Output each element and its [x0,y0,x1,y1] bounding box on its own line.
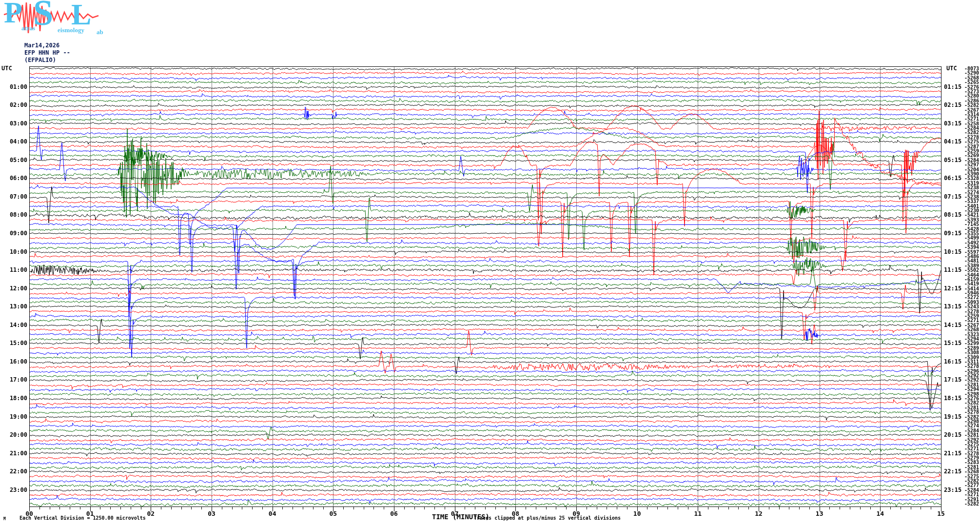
trace-offset-value: -5271 [962,492,979,497]
right-time-label: 05:15 [944,158,961,163]
trace-offset-value: -5394 [962,245,979,249]
right-time-label: 18:15 [944,396,961,401]
right-time-label: 08:15 [944,212,961,218]
trace-offset-value: -5282 [962,103,979,107]
trace-offset-value: -5265 [962,80,979,84]
left-time-label: 10:00 [0,249,27,255]
left-time-label: 20:00 [0,432,27,438]
trace-offset-value: -5281 [962,433,979,437]
trace-offset-value: -5278 [962,410,979,414]
left-time-label: 12:00 [0,286,27,291]
left-time-label: 03:00 [0,121,27,126]
left-time-label: 17:00 [0,377,27,383]
logo-letter-s: S [33,0,53,34]
trace-offset-value: -5328 [962,176,979,181]
trace-offset-value: -5280 [962,94,979,98]
left-time-label: 16:00 [0,359,27,365]
x-tick-label: 04 [269,510,276,517]
left-time-label: 05:00 [0,158,27,163]
scale-note: Each Vertical Division = 1250.00 microvo… [20,515,146,521]
right-time-label: 21:15 [944,451,961,456]
trace-offset-value: -5294 [962,387,979,391]
left-time-label: 18:00 [0,396,27,401]
logo-word-ab: ab [97,28,103,36]
clip-note: Traces clipped at plus/minus 25 vertical… [474,515,621,521]
left-time-label: 22:00 [0,469,27,474]
right-time-label: 06:15 [944,176,961,181]
helicorder-canvas [0,0,980,527]
left-time-label: 02:00 [0,102,27,108]
logo-word-eismology: eismology [58,26,84,34]
right-time-label: 11:15 [944,267,961,273]
right-time-label: 02:15 [944,102,961,108]
utc-label-left: UTC [1,65,12,72]
x-tick-label: 05 [330,510,337,517]
trace-offset-value: -5268 [962,469,979,474]
right-time-label: 09:15 [944,231,961,236]
x-tick-label: 06 [390,510,398,517]
scale-mini-label: M [3,517,6,521]
x-tick-label: 11 [694,510,702,517]
left-time-label: 07:00 [0,194,27,200]
record-header: Mar14,2026 EFP HHN HP -- (EFPALIO) [24,42,70,64]
left-time-label: 01:00 [0,84,27,90]
x-tick-label: 03 [208,510,216,517]
x-tick-label: 10 [633,510,641,517]
trace-offset-value: -5297 [962,162,979,167]
trace-offset-value: -5502 [962,268,979,272]
trace-offset-value: -5243 [962,304,979,309]
left-time-label: 04:00 [0,139,27,144]
x-tick-label: 15 [937,510,945,517]
right-time-label: 22:15 [944,469,961,474]
psl-logo: P S L atras eismology ab [3,0,105,38]
logo-letter-p: P [4,0,22,30]
trace-offset-value: -5419 [962,282,979,286]
record-date: Mar14,2026 [24,42,70,49]
right-time-label: 07:15 [944,194,961,200]
helicorder-page: P S L atras eismology ab Mar14,2026 EFP … [0,0,980,527]
trace-offset-value: -5299 [962,341,979,345]
trace-offset-value: -5337 [962,199,979,203]
left-time-label: 23:00 [0,487,27,493]
right-time-label: 15:15 [944,341,961,346]
utc-label-right: UTC [946,65,957,72]
x-tick-label: 14 [877,510,884,517]
right-time-label: 16:15 [944,359,961,365]
x-tick-label: 12 [755,510,763,517]
right-time-label: 19:15 [944,414,961,420]
right-time-label: 01:15 [944,84,961,90]
left-time-label: 09:00 [0,231,27,236]
right-time-label: 13:15 [944,304,961,309]
trace-offset-value: -5308 [962,350,979,355]
left-time-label: 15:00 [0,341,27,346]
right-time-label: 20:15 [944,432,961,438]
x-tick-label: 02 [147,510,155,517]
left-time-label: 13:00 [0,304,27,309]
record-station: (EFPALIO) [24,57,70,64]
trace-offset-value: -5481 [962,259,979,263]
logo-word-atras: atras [21,24,35,32]
trace-offset-value: -5271 [962,117,979,121]
trace-offset-value: -5275 [962,140,979,144]
trace-offset-value: -5282 [962,502,979,506]
record-channel: EFP HHN HP -- [24,49,70,57]
right-time-label: 14:15 [944,323,961,328]
left-time-label: 19:00 [0,414,27,420]
trace-offset-value: -7145 [962,222,979,226]
right-time-label: 12:15 [944,286,961,291]
trace-offset-value: -5271 [962,446,979,451]
right-time-label: 10:15 [944,249,961,255]
left-time-label: 21:00 [0,451,27,456]
left-time-label: 11:00 [0,267,27,273]
trace-offset-value: -5268 [962,327,979,332]
x-tick-label: 13 [816,510,823,517]
right-time-label: 04:15 [944,139,961,144]
right-time-label: 17:15 [944,377,961,383]
left-time-label: 06:00 [0,176,27,181]
trace-offset-value: -5278 [962,364,979,368]
right-time-label: 03:15 [944,121,961,126]
right-time-label: 23:15 [944,487,961,493]
left-time-label: 08:00 [0,212,27,218]
trace-offset-value: -5238 [962,185,979,190]
left-time-label: 14:00 [0,323,27,328]
